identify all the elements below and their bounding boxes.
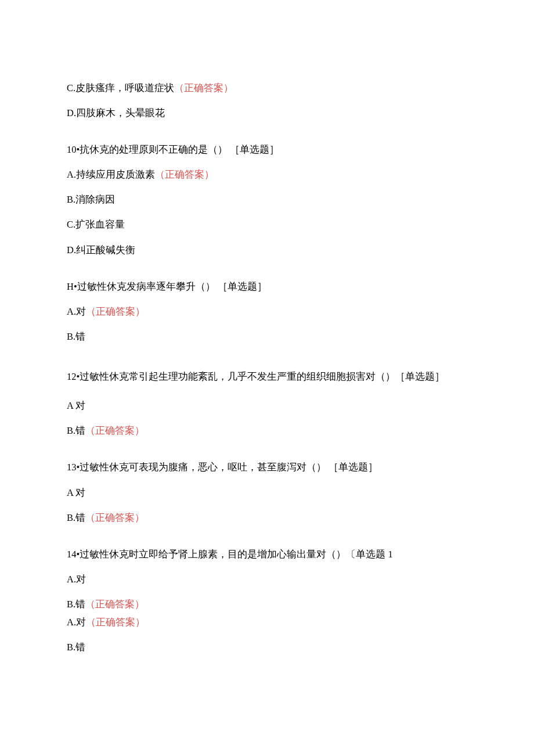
q9-option-d: D.四肢麻木，头晕眼花 [67, 106, 467, 120]
q14-extra-a: A.对（正确答案） [67, 615, 467, 629]
q13-option-a-text: A 对 [67, 487, 85, 498]
q10-option-d-text: D.纠正酸碱失衡 [67, 244, 135, 255]
q11-option-b-text: B.错 [67, 331, 85, 342]
q9-option-c: C.皮肤瘙痒，呼吸道症状（正确答案） [67, 81, 467, 95]
q12-stem: 12•过敏性休克常引起生理功能紊乱，几乎不发生严重的组织细胞损害对（）［单选题］ [67, 366, 467, 387]
correct-answer-label: （正确答案） [86, 306, 145, 317]
q10-option-a: A.持续应用皮质激素（正确答案） [67, 168, 467, 181]
q14-option-a: A.对 [67, 573, 467, 586]
q11-stem-text: H•过敏性休克发病率逐年攀升（） ［单选题］ [67, 281, 267, 292]
q11-option-a-text: A.对 [67, 306, 86, 317]
q10-option-c-text: C.扩张血容量 [67, 219, 125, 230]
q11-stem: H•过敏性休克发病率逐年攀升（） ［单选题］ [67, 280, 467, 293]
q9-option-c-text: C.皮肤瘙痒，呼吸道症状 [67, 82, 174, 93]
correct-answer-label: （正确答案） [86, 617, 145, 628]
q10-stem-text: 10•抗休克的处理原则不正确的是（） ［单选题］ [67, 144, 279, 155]
q13-option-a: A 对 [67, 486, 467, 499]
q10-option-c: C.扩张血容量 [67, 218, 467, 231]
q14-extra-b-text: B.错 [67, 642, 85, 653]
q13-option-b: B.错（正确答案） [67, 511, 467, 524]
q12-option-b: B.错（正确答案） [67, 424, 467, 437]
correct-answer-label: （正确答案） [155, 169, 214, 180]
q14-stem: 14•过敏性休克时立即给予肾上腺素，目的是增加心输出量对（）〔单选题 1 [67, 548, 467, 561]
correct-answer-label: （正确答案） [85, 512, 145, 523]
q13-stem: 13•过敏性休克可表现为腹痛，恶心，呕吐，甚至腹泻对（） ［单选题］ [67, 460, 467, 474]
q12-option-b-text: B.错 [67, 425, 85, 436]
q12-option-a: A 对 [67, 399, 467, 412]
correct-answer-label: （正确答案） [174, 82, 233, 93]
correct-answer-label: （正确答案） [85, 425, 145, 436]
q10-option-d: D.纠正酸碱失衡 [67, 243, 467, 257]
q14-option-b: B.错（正确答案） [67, 597, 467, 611]
q10-option-b-text: B.消除病因 [67, 194, 115, 205]
correct-answer-label: （正确答案） [85, 599, 145, 610]
q9-option-d-text: D.四肢麻木，头晕眼花 [67, 107, 165, 118]
q14-option-b-text: B.错 [67, 599, 85, 610]
q14-option-a-text: A.对 [67, 574, 86, 585]
q10-option-b: B.消除病因 [67, 193, 467, 206]
q14-extra-a-text: A.对 [67, 617, 86, 628]
q11-option-b: B.错 [67, 330, 467, 343]
q13-option-b-text: B.错 [67, 512, 85, 523]
q11-option-a: A.对（正确答案） [67, 305, 467, 318]
q14-extra-b: B.错 [67, 640, 467, 654]
q14-stem-text: 14•过敏性休克时立即给予肾上腺素，目的是增加心输出量对（）〔单选题 1 [67, 549, 393, 560]
q12-option-a-text: A 对 [67, 400, 85, 411]
q10-stem: 10•抗休克的处理原则不正确的是（） ［单选题］ [67, 143, 467, 156]
q10-option-a-text: A.持续应用皮质激素 [67, 169, 155, 180]
q13-stem-text: 13•过敏性休克可表现为腹痛，恶心，呕吐，甚至腹泻对（） ［单选题］ [67, 462, 378, 473]
q12-stem-text: 12•过敏性休克常引起生理功能紊乱，几乎不发生严重的组织细胞损害对（）［单选题］ [67, 371, 445, 382]
